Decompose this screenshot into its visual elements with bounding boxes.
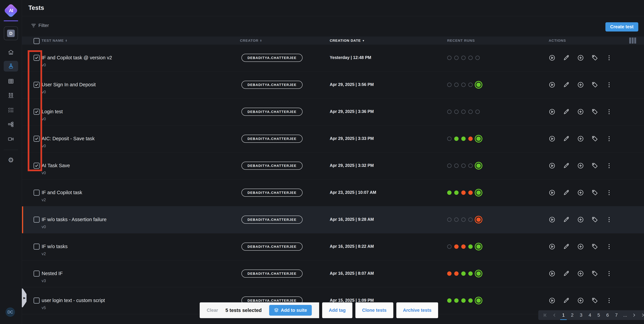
row-checkbox[interactable] [34,244,40,250]
add-plus-icon[interactable] [577,108,584,115]
run-status-dot-orange[interactable] [461,244,466,249]
clear-selection-button[interactable]: Clear [207,308,218,313]
tag-icon[interactable] [592,54,598,61]
table-row[interactable]: AIC: Deposit - Save task v0 DEBADITYA.CH… [22,126,644,153]
edit-pencil-icon[interactable] [563,243,570,250]
column-header-test-name[interactable]: TEST NAME ▲▼ [42,38,240,42]
table-row[interactable]: IF and Copilot task v2 DEBADITYA.CHATTER… [22,179,644,206]
recent-runs[interactable] [447,206,549,233]
run-status-dot-empty[interactable] [454,56,458,60]
run-status-dot-green-ring[interactable] [476,137,481,141]
recent-runs[interactable] [447,99,549,125]
run-status-dot-empty[interactable] [447,244,452,249]
row-checkbox[interactable] [34,109,40,115]
page-number-2[interactable]: 2 [570,313,574,318]
run-status-dot-orange[interactable] [468,190,473,195]
test-name[interactable]: AIC: Deposit - Save task [42,126,240,142]
tag-icon[interactable] [592,270,598,277]
table-row[interactable]: AI Task Save v0 DEBADITYA.CHATTERJEE Apr… [22,153,644,179]
recent-runs[interactable] [447,179,549,206]
run-status-dot-green-ring[interactable] [476,298,481,303]
run-status-dot-empty[interactable] [461,217,466,222]
tag-icon[interactable] [592,108,598,115]
run-status-dot-empty[interactable] [475,110,480,114]
more-kebab-icon[interactable] [606,189,612,196]
run-status-dot-green[interactable] [461,298,466,303]
run-status-dot-orange[interactable] [447,271,452,276]
tag-icon[interactable] [592,135,598,142]
run-status-dot-green-ring[interactable] [476,244,481,249]
add-plus-icon[interactable] [577,162,584,169]
sidebar-item-home[interactable] [4,47,18,58]
run-status-dot-green-ring[interactable] [476,163,481,168]
row-checkbox[interactable] [34,271,40,277]
tag-icon[interactable] [592,243,598,250]
recent-runs[interactable] [447,126,549,152]
tag-icon[interactable] [592,297,598,304]
more-kebab-icon[interactable] [606,54,612,61]
test-name[interactable]: IF and Copilot task @ version v2 [42,45,240,61]
row-checkbox[interactable] [34,217,40,223]
add-plus-icon[interactable] [577,189,584,196]
more-kebab-icon[interactable] [606,135,612,142]
prev-page-button[interactable] [552,313,556,317]
archive-tests-button[interactable]: Archive tests [396,302,438,318]
edit-pencil-icon[interactable] [563,81,570,88]
run-status-dot-empty[interactable] [454,217,458,222]
last-page-button[interactable] [641,313,644,317]
run-status-dot-green[interactable] [461,271,466,276]
run-status-dot-empty[interactable] [468,56,473,60]
page-number-3[interactable]: 3 [579,313,583,318]
row-checkbox[interactable] [34,55,40,61]
column-header-creator[interactable]: CREATOR ▲▼ [240,38,330,42]
more-kebab-icon[interactable] [606,162,612,169]
run-status-dot-empty[interactable] [468,83,473,87]
test-name[interactable]: Login test [42,99,240,115]
run-play-icon[interactable] [549,216,556,223]
test-name[interactable]: User Sign In and Deposit [42,72,240,88]
test-name[interactable]: IF w/o tasks [42,233,240,249]
clone-tests-button[interactable]: Clone tests [356,302,393,318]
edit-pencil-icon[interactable] [563,54,570,61]
tag-icon[interactable] [592,162,598,169]
run-status-dot-green[interactable] [454,137,458,141]
run-play-icon[interactable] [549,135,556,142]
run-status-dot-empty[interactable] [461,56,466,60]
column-header-creation-date[interactable]: CREATION DATE ▼ [330,38,447,42]
table-row[interactable]: IF w/o tasks - Assertion failure v0 DEBA… [22,206,644,233]
row-checkbox[interactable] [34,163,40,169]
workspace-switcher[interactable]: D [4,26,18,40]
run-play-icon[interactable] [549,270,556,277]
table-row[interactable]: IF and Copilot task @ version v2 v0 DEBA… [22,45,644,72]
add-tag-button[interactable]: Add tag [322,302,352,318]
run-status-dot-empty[interactable] [468,110,473,114]
add-plus-icon[interactable] [577,54,584,61]
recent-runs[interactable] [447,45,549,71]
edit-pencil-icon[interactable] [563,135,570,142]
run-status-dot-empty[interactable] [454,83,458,87]
run-status-dot-empty[interactable] [461,83,466,87]
add-plus-icon[interactable] [577,135,584,142]
create-test-button[interactable]: Create test [606,22,638,31]
run-play-icon[interactable] [549,108,556,115]
run-status-dot-green[interactable] [454,190,458,195]
row-checkbox[interactable] [34,298,40,304]
run-status-dot-green[interactable] [461,137,466,141]
run-status-dot-empty[interactable] [447,83,452,87]
page-number-7[interactable]: 7 [614,313,618,318]
run-status-dot-empty[interactable] [454,163,458,168]
more-kebab-icon[interactable] [606,108,612,115]
edit-pencil-icon[interactable] [563,270,570,277]
sidebar-item-data-tables[interactable] [4,76,18,87]
run-status-dot-green-ring[interactable] [476,271,481,276]
edit-pencil-icon[interactable] [563,189,570,196]
run-play-icon[interactable] [549,162,556,169]
page-number-1[interactable]: 1 [562,313,566,318]
run-status-dot-empty[interactable] [461,110,466,114]
run-status-dot-empty[interactable] [447,137,452,141]
select-all-checkbox[interactable] [34,38,40,44]
recent-runs[interactable] [447,260,549,287]
run-status-dot-green[interactable] [468,244,473,249]
recent-runs[interactable] [447,153,549,179]
run-play-icon[interactable] [549,81,556,88]
